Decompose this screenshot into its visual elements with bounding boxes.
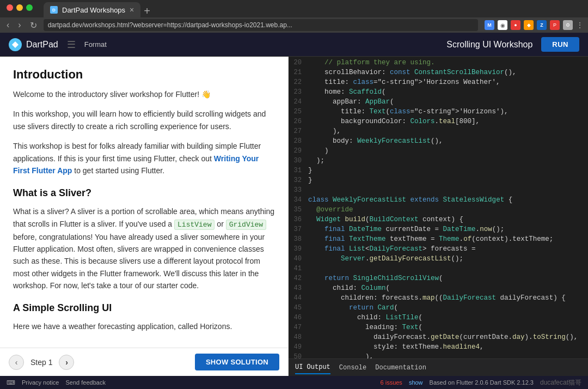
run-button[interactable]: RUN [541, 37, 579, 52]
dartpad-logo: DartPad [9, 38, 58, 51]
code-editor[interactable]: 20 // platform they are using.21 scrollB… [289, 57, 588, 358]
line-number: 26 [289, 118, 308, 127]
line-code: ) [308, 147, 329, 157]
window-maximize[interactable] [26, 4, 33, 11]
app-header: DartPad ☰ Format Scrolling UI Workshop R… [0, 33, 588, 57]
window-minimize[interactable] [16, 4, 23, 11]
browser-tab[interactable]: D DartPad Workshops × [44, 2, 140, 17]
status-left: ⌨ Privacy notice Send feedback [7, 379, 106, 386]
more-button[interactable]: ⋮ [576, 21, 584, 29]
workshop-title: Scrolling UI Workshop [446, 40, 532, 50]
line-number: 20 [289, 59, 308, 69]
code-line-38: 38 final TextTheme textTheme = Theme.of(… [289, 235, 588, 245]
line-number: 45 [289, 304, 308, 314]
line-number: 46 [289, 314, 308, 324]
code-line-28: 28 body: WeeklyForecastList(), [289, 137, 588, 147]
code-line-31: 31} [289, 167, 588, 177]
line-code: dailyForecast.getDate(currentDate.day).t… [308, 333, 578, 343]
line-code: title: Text(class="c-string">'Horizons')… [308, 108, 509, 118]
line-code: backgroundColor: Colors.teal[800], [308, 118, 480, 127]
tab-close-button[interactable]: × [130, 5, 134, 14]
line-number: 42 [289, 275, 308, 284]
line-code: final DateTime currentDate = DateTime.no… [308, 226, 504, 235]
line-code: scrollBehavior: const ConstantScrollBeha… [308, 69, 517, 78]
line-number: 21 [289, 69, 308, 78]
content-scroll-area[interactable]: Introduction Welcome to the introductory… [0, 57, 288, 348]
gmail-icon: M [485, 20, 494, 30]
listview-code: ListView [174, 220, 215, 230]
code-line-29: 29 ) [289, 147, 588, 157]
line-number: 35 [289, 206, 308, 216]
code-line-35: 35 @override [289, 206, 588, 216]
format-label: Format [84, 40, 107, 48]
line-number: 33 [289, 186, 308, 196]
line-number: 38 [289, 235, 308, 245]
show-solution-button[interactable]: SHOW SOLUTION [195, 354, 279, 370]
keyboard-icon: ⌨ [7, 379, 15, 386]
code-line-34: 34class WeeklyForecastList extends State… [289, 196, 588, 206]
issues-show-link[interactable]: show [409, 379, 423, 386]
svg-marker-0 [12, 41, 19, 48]
line-number: 43 [289, 284, 308, 294]
code-line-39: 39 final List<DailyForecast> forecasts = [289, 245, 588, 255]
line-number: 22 [289, 78, 308, 88]
line-number: 27 [289, 127, 308, 137]
flutter-info: Based on Flutter 2.0.6 Dart SDK 2.12.3 [430, 379, 534, 386]
code-line-30: 30 ); [289, 157, 588, 167]
main-content: Introduction Welcome to the introductory… [0, 57, 588, 376]
window-close[interactable] [7, 4, 13, 11]
code-editor-panel: 20 // platform they are using.21 scrollB… [289, 57, 588, 376]
intro-p2: In this workshop, you will learn how to … [13, 108, 275, 132]
tab-console[interactable]: Console [339, 362, 366, 374]
privacy-notice[interactable]: Privacy notice [22, 379, 59, 386]
line-code: return SingleChildScrollView( [308, 275, 443, 284]
line-number: 44 [289, 294, 308, 304]
tab-ui-output[interactable]: UI Output [295, 361, 330, 374]
line-code: appBar: AppBar( [308, 98, 394, 108]
send-feedback[interactable]: Send feedback [65, 379, 105, 386]
line-code: style: textTheme.headline4, [308, 343, 484, 353]
dartpad-logo-text: DartPad [26, 40, 58, 50]
line-code: child: ListTile( [308, 314, 422, 324]
ext-icon-6: ⚙ [563, 20, 573, 30]
line-number: 37 [289, 226, 308, 235]
code-line-23: 23 home: Scaffold( [289, 88, 588, 98]
code-line-44: 44 children: forecasts.map((DailyForecas… [289, 294, 588, 304]
browser-toolbar: M ◉ ● ◆ Z P ⚙ ⋮ [485, 20, 584, 30]
code-line-21: 21 scrollBehavior: const ConstantScrollB… [289, 69, 588, 78]
line-number: 31 [289, 167, 308, 177]
intro-heading: Introduction [13, 68, 275, 82]
line-number: 39 [289, 245, 308, 255]
line-number: 30 [289, 157, 308, 167]
tab-title: DartPad Workshops [62, 6, 125, 14]
issues-count: 6 issues [381, 379, 402, 386]
format-button[interactable]: Format [84, 40, 107, 48]
back-button[interactable]: ‹ [4, 20, 11, 30]
line-code: ), [308, 127, 341, 137]
line-code: ); [308, 157, 324, 167]
left-panel: Introduction Welcome to the introductory… [0, 57, 289, 376]
code-line-26: 26 backgroundColor: Colors.teal[800], [289, 118, 588, 127]
forward-button[interactable]: › [16, 20, 23, 30]
ext-icon-2: ● [511, 20, 520, 30]
line-code: final TextTheme textTheme = Theme.of(con… [308, 235, 553, 245]
line-code: child: Column( [308, 284, 390, 294]
code-line-32: 32} [289, 177, 588, 186]
code-line-48: 48 dailyForecast.getDate(currentDate.day… [289, 333, 588, 343]
tab-documentation[interactable]: Documentation [375, 362, 426, 374]
next-step-button[interactable]: › [59, 355, 74, 370]
line-number: 49 [289, 343, 308, 353]
code-tabs: UI Output Console Documentation [289, 358, 588, 376]
line-number: 23 [289, 88, 308, 98]
code-line-41: 41 [289, 265, 588, 275]
line-number: 29 [289, 147, 308, 157]
new-tab-button[interactable]: + [142, 5, 152, 17]
address-bar-input[interactable] [44, 19, 478, 31]
code-line-20: 20 // platform they are using. [289, 59, 588, 69]
line-code: title: class="c-string">'Horizons Weathe… [308, 78, 500, 88]
code-line-33: 33 [289, 186, 588, 196]
prev-step-button[interactable]: ‹ [9, 355, 24, 370]
tab-favicon: D [50, 6, 58, 14]
refresh-button[interactable]: ↻ [28, 20, 39, 31]
intro-p3: This workshop is best for folks already … [13, 140, 275, 177]
